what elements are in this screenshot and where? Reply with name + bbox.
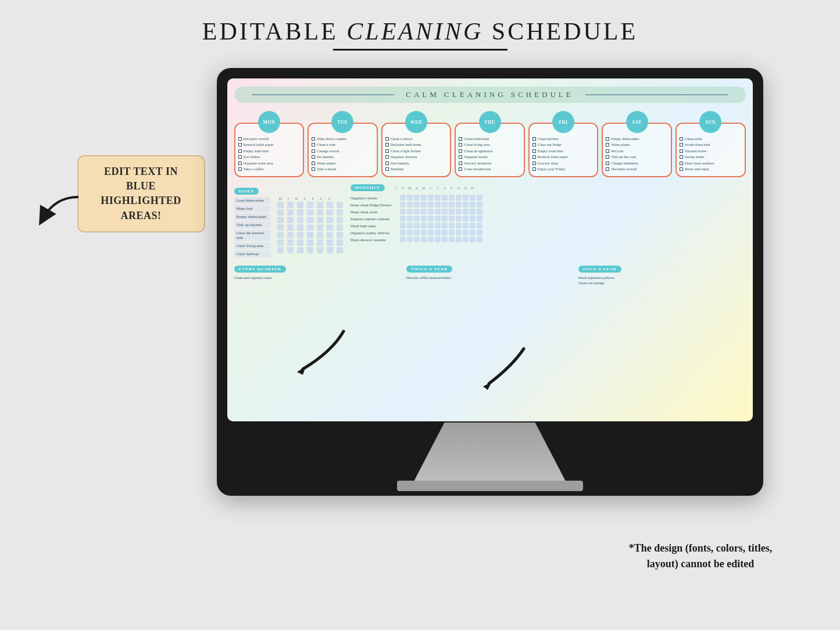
daily-task-row: Load dishwasher [234, 197, 270, 204]
task-item: 5 min breathwork [459, 167, 521, 171]
dot-cell [307, 202, 313, 208]
month-dot-cell [435, 209, 441, 214]
month-dot-cell [414, 223, 420, 228]
task-label: Take a break [317, 167, 336, 171]
dot-cell [327, 209, 333, 216]
edit-arrow-icon [38, 191, 84, 226]
month-dot-cell [435, 223, 441, 228]
task-checkbox [532, 143, 536, 146]
daily-section: DAILY Load dishwasherMake bedEmpty dishw… [234, 184, 345, 259]
month-dot-cell [463, 216, 469, 221]
screen-inner: CALM CLEANING SCHEDULE MONDeclutter over… [227, 78, 753, 421]
month-dot-cell [414, 195, 420, 201]
dot-cell [277, 247, 284, 253]
monitor-screen: CALM CLEANING SCHEDULE MONDeclutter over… [227, 78, 753, 421]
task-checkbox [459, 162, 462, 165]
daily-task-row: Clear the kitchen sink [234, 230, 270, 241]
day-badge-fri: FRI [552, 111, 574, 133]
task-item: Organize work area [238, 161, 301, 166]
month-dot-cell [421, 230, 427, 235]
month-header-label: D [470, 187, 476, 190]
task-label: Recycle [611, 149, 623, 153]
day-header-label: T [285, 197, 292, 201]
month-dot-cell [414, 202, 420, 207]
month-dot-cell [400, 237, 406, 242]
task-checkbox [385, 155, 389, 159]
dot-cell [317, 202, 323, 208]
task-label: Empty dishwasher [611, 137, 639, 141]
month-dot-cell [456, 237, 462, 242]
month-dot-cell [477, 202, 482, 207]
month-dot-cell [428, 216, 434, 221]
month-dot-cell [456, 223, 462, 228]
task-item: Empty trash bins [238, 149, 301, 153]
task-label: Empty trash bins [244, 149, 269, 153]
task-item: Clean living area [459, 142, 521, 147]
title-schedule: SCHEDULE [483, 18, 638, 45]
month-dot-cell [414, 209, 420, 214]
month-header-label: M [407, 187, 413, 190]
task-item: Meditate [385, 167, 448, 171]
grid-dots-row [277, 239, 345, 246]
task-item: Recycle [606, 149, 668, 153]
month-dot-cell [477, 230, 482, 235]
daily-task-row: Clear living area [234, 242, 270, 249]
task-item: Clear out fridge [532, 142, 595, 147]
month-dot-cell [421, 223, 427, 228]
task-checkbox [238, 137, 242, 141]
task-checkbox [606, 162, 609, 165]
task-item: Clean toilet [680, 137, 742, 141]
month-dot-cell [477, 216, 482, 221]
dot-cell [317, 232, 323, 238]
freq-label: ONCE A YEAR [578, 266, 622, 273]
month-dot-cell [400, 209, 406, 214]
month-dot-cell [442, 195, 448, 201]
monthly-section: MONTHLY JFMAMJJASOND Organize closetsDee… [351, 184, 746, 259]
month-dot-cell [428, 230, 434, 235]
dot-cell [297, 217, 303, 223]
task-checkbox [312, 167, 315, 171]
task-label: Declutter bath items [391, 142, 421, 147]
task-label: Clear out fridge [538, 142, 562, 147]
task-label: Declutter overall [611, 167, 637, 171]
monthly-task-row: Sanitize remote controls [351, 216, 392, 223]
monthly-task-row: Wash shower curtains [351, 237, 392, 244]
task-checkbox [238, 149, 242, 153]
freq-task: Clean out storage [578, 280, 746, 285]
task-checkbox [532, 162, 536, 165]
task-checkbox [532, 155, 536, 159]
task-checkbox [606, 149, 609, 153]
monitor-wrapper: EDIT TEXT IN BLUE HIGHLIGHTED AREAS! CAL… [0, 68, 840, 496]
dot-cell [297, 209, 303, 216]
task-checkbox [532, 149, 536, 153]
month-dot-cell [463, 202, 469, 207]
month-dot-cell [442, 237, 448, 242]
dot-cell [307, 232, 313, 238]
month-dot-cell [428, 195, 434, 201]
task-item: Grocery inventory [459, 161, 521, 166]
task-label: Meditate [391, 167, 404, 171]
day-header-label: W [294, 197, 300, 201]
task-item: Empty dishwasher [606, 137, 668, 141]
task-item: Clean a mirror [385, 137, 448, 141]
day-badge-thu: THU [479, 111, 501, 133]
edit-bubble: EDIT TEXT IN BLUE HIGHLIGHTED AREAS! [77, 155, 205, 232]
month-dot-cell [442, 230, 448, 235]
task-checkbox [532, 167, 536, 171]
task-checkbox [680, 143, 683, 146]
freq-sections: EVERY QUARTERClean and organize coatsTWI… [234, 262, 746, 285]
month-dot-cell [407, 202, 413, 207]
month-dot-cell [477, 223, 482, 228]
task-checkbox [459, 155, 462, 159]
dot-cell [287, 232, 294, 238]
task-checkbox [606, 143, 609, 146]
dot-cell [277, 232, 284, 238]
task-checkbox [680, 155, 683, 159]
task-label: Grocery shop [538, 161, 558, 166]
task-label: Restock toilet paper [538, 155, 568, 159]
task-item: Scrub/clean bath [680, 142, 742, 147]
task-checkbox [385, 149, 389, 153]
month-dot-cell [456, 209, 462, 214]
monthly-task-row: Organize closets [351, 195, 392, 202]
month-dot-cell [428, 202, 434, 207]
